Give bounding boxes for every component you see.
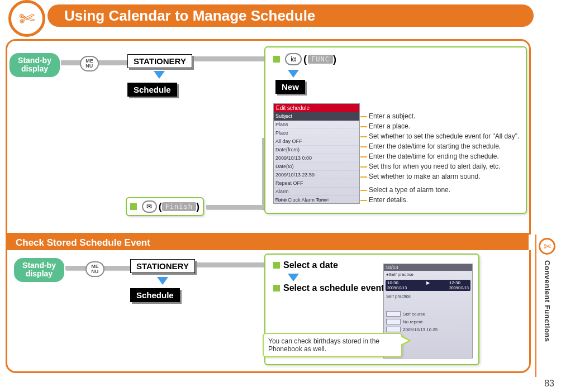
phonebook-birthday-callout: You can check birthdays stored in the Ph… [263, 333, 402, 357]
phone2-time-block: 10:302009/10/13 ▶ 12:302009/10/13 [386, 280, 470, 291]
new-step: New [275, 80, 305, 94]
finish-step: ✉ ( Finish ) [126, 197, 204, 216]
phone2-subject: Self practice [384, 293, 472, 300]
phone-row: Alarm [274, 188, 359, 196]
phone2-chip: ● Self practice [384, 271, 472, 278]
title-pill: Using Calendar to Manage Schedule [47, 4, 534, 27]
stationery-step: STATIONERY [130, 259, 195, 273]
schedule-step: Schedule [127, 83, 177, 97]
phone-softkeys: Finish Select [275, 197, 358, 202]
bullet-icon [273, 56, 280, 63]
side-tab: ✄ Convenient Functions [535, 235, 558, 377]
check-stored-header: Check Stored Schedule Event [6, 235, 529, 251]
connector-line [206, 205, 268, 209]
pliers-icon: ✄ [18, 7, 35, 30]
phone-row: 2009/10/13 23:59 [274, 171, 359, 179]
page-number: 83 [544, 379, 554, 389]
paren-open: ( [303, 54, 307, 65]
desc-line: Enter details. [369, 196, 408, 204]
connector-line [196, 262, 269, 267]
phone-row: All day OFF [274, 137, 359, 146]
desc-line: Enter the date/time for starting the sch… [369, 142, 501, 150]
arrow-down-icon [157, 277, 168, 285]
title-icon-circle: ✄ [8, 0, 45, 37]
phone-row: 2009/10/13 0:00 [274, 154, 359, 162]
new-schedule-box: iα ( FUNC ) New Edit schedule Subject Pl… [264, 46, 527, 214]
phone2-line: Self course [384, 310, 472, 318]
callout-tail-icon [401, 335, 411, 346]
menu-key-icon: MENU [85, 261, 104, 277]
side-tab-label: Convenient Functions [543, 260, 552, 342]
standby-display-pill: Stand-by display [9, 53, 60, 77]
select-date-row: Select a date [273, 260, 338, 270]
phone2-header: 10/13 [384, 264, 472, 271]
mail-key-icon: ✉ [142, 200, 157, 213]
connector-line [192, 56, 264, 61]
desc-line: Select a type of alarm tone. [369, 186, 450, 194]
stationery-step: STATIONERY [127, 54, 192, 68]
phone-row: Date(from) [274, 146, 359, 154]
arrow-down-icon [288, 274, 299, 281]
arrow-down-icon [288, 70, 299, 78]
desc-line: Set whether to make an alarm sound. [369, 173, 480, 180]
desc-line: Set this for when you need to alert dail… [369, 162, 500, 170]
paren-close: ) [333, 54, 336, 65]
page-title: Using Calendar to Manage Schedule [64, 7, 315, 25]
select-event-text: Select a schedule event. [283, 283, 387, 293]
key-label-func: FUNC [308, 55, 333, 64]
select-date-text: Select a date [283, 260, 338, 270]
phone-row: Place [274, 129, 359, 137]
desc-line: Enter a place. [369, 122, 410, 130]
softkey-left: Finish [275, 197, 287, 202]
menu-key-icon: MENU [80, 56, 99, 71]
phone-row: Subject [274, 112, 359, 121]
key-label-finish: Finish [162, 202, 196, 211]
title-bar: Using Calendar to Manage Schedule ✄ [6, 4, 542, 32]
paren-close: ) [196, 201, 199, 213]
edit-schedule-screenshot: Edit schedule Subject Plans Place All da… [273, 103, 360, 204]
paren-open: ( [159, 201, 162, 213]
func-key-row: iα ( FUNC ) [273, 53, 336, 65]
phone-header: Edit schedule [274, 104, 359, 112]
desc-line: Enter a subject. [369, 112, 415, 120]
select-event-row: Select a schedule event. [273, 283, 387, 293]
schedule-step: Schedule [130, 288, 180, 302]
standby-display-pill: Stand-by display [14, 258, 64, 282]
create-schedule-panel: Stand-by display MENU STATIONERY Schedul… [6, 39, 531, 235]
phone-row: Plans [274, 121, 359, 129]
phone2-line: No repeat [384, 318, 472, 326]
bullet-icon [273, 262, 280, 269]
bullet-icon [273, 285, 280, 291]
desc-line: Enter the date/time for ending the sched… [369, 152, 499, 160]
bullet-icon [130, 203, 137, 210]
desc-line: Set whether to set the schedule event fo… [369, 132, 519, 140]
phone2-line: 2009/10/13 10:25 [384, 326, 472, 333]
phone-row: Date(to) [274, 162, 359, 171]
phone-row: Repeat OFF [274, 179, 359, 188]
i-alpha-key-icon: iα [285, 53, 302, 65]
arrow-down-icon [154, 71, 165, 79]
softkey-center: Select [316, 197, 329, 202]
pliers-icon: ✄ [539, 238, 555, 255]
